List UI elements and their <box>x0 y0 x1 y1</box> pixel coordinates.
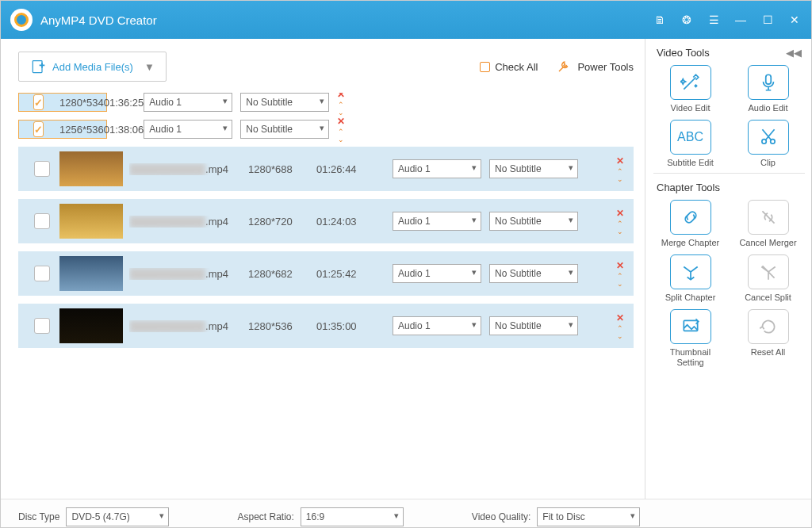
main-panel: Add Media File(s) ▼ Check All Power Tool… <box>1 39 645 499</box>
media-row[interactable]: ██████████.mp41256*53601:38:06✕⌃⌄ <box>18 120 107 139</box>
add-media-button[interactable]: Add Media File(s) ▼ <box>18 52 167 82</box>
resolution: 1280*536 <box>248 320 316 332</box>
remove-icon[interactable]: ✕ <box>616 312 624 323</box>
audio-select[interactable] <box>393 264 481 283</box>
clip-tool[interactable]: Clip <box>735 120 802 168</box>
thumbnail <box>59 308 123 343</box>
row-controls: ✕⌃⌄ <box>337 93 345 116</box>
reset-all-tool[interactable]: Reset All <box>735 309 802 368</box>
svg-point-3 <box>770 140 774 143</box>
aspect-ratio-select[interactable] <box>301 507 404 526</box>
subtitle-select[interactable] <box>489 316 578 335</box>
chapter-tools-heading: Chapter Tools <box>657 182 720 193</box>
move-up-icon[interactable]: ⌃ <box>617 325 623 331</box>
check-all-label: Check All <box>495 61 538 73</box>
svg-rect-0 <box>33 61 42 73</box>
wand-icon <box>670 65 711 100</box>
video-quality-select[interactable] <box>537 507 640 526</box>
collapse-icon[interactable]: ◀◀ <box>786 47 802 59</box>
disc-type-select[interactable] <box>66 507 169 526</box>
move-up-icon[interactable]: ⌃ <box>338 128 344 135</box>
duration: 01:35:00 <box>316 320 393 332</box>
cancel-split-icon <box>748 254 789 289</box>
audio-edit-label: Audio Edit <box>748 103 787 113</box>
subtitle-select[interactable] <box>240 93 329 112</box>
subtitle-select[interactable] <box>489 212 578 231</box>
audio-edit-tool[interactable]: Audio Edit <box>735 65 802 113</box>
audio-select[interactable] <box>144 120 232 139</box>
media-row[interactable]: ██████████.mp41280*68801:26:44✕⌃⌄ <box>18 147 634 191</box>
split-chapter-label: Split Chapter <box>665 293 716 303</box>
check-all-toggle[interactable]: Check All <box>480 61 538 73</box>
svg-rect-1 <box>765 75 771 84</box>
row-controls: ✕⌃⌄ <box>616 155 624 182</box>
duration: 01:38:06 <box>104 124 144 136</box>
video-edit-tool[interactable]: Video Edit <box>657 65 724 113</box>
tools-sidebar: Video Tools ◀◀ Video Edit Audio Edit ABC… <box>645 39 811 499</box>
move-up-icon[interactable]: ⌃ <box>617 273 623 279</box>
remove-icon[interactable]: ✕ <box>616 155 624 166</box>
remove-icon[interactable]: ✕ <box>337 93 345 100</box>
file-name: ██████████.mp4 <box>129 268 248 280</box>
title-bar: AnyMP4 DVD Creator 🗎 ❂ ☰ — ☐ ✕ <box>1 1 811 39</box>
duration: 01:36:25 <box>104 97 144 109</box>
row-checkbox[interactable] <box>34 266 50 281</box>
split-icon <box>670 254 711 289</box>
audio-select[interactable] <box>393 159 481 178</box>
subtitle-select[interactable] <box>240 120 329 139</box>
clip-label: Clip <box>760 158 776 168</box>
move-up-icon[interactable]: ⌃ <box>338 101 344 108</box>
audio-select[interactable] <box>393 212 481 231</box>
move-down-icon[interactable]: ⌄ <box>617 176 623 182</box>
close-icon[interactable]: ✕ <box>787 13 802 26</box>
subtitle-edit-label: Subtitle Edit <box>667 158 714 168</box>
resolution: 1280*688 <box>248 163 316 175</box>
move-down-icon[interactable]: ⌄ <box>338 109 344 116</box>
abc-icon: ABC <box>670 120 711 155</box>
thumbnail-setting-tool[interactable]: Thumbnail Setting <box>657 309 724 368</box>
subtitle-select[interactable] <box>489 264 578 283</box>
wrench-icon <box>557 59 571 74</box>
duration: 01:24:03 <box>316 216 393 228</box>
help-icon[interactable]: ❂ <box>680 13 694 26</box>
media-row[interactable]: ██████████.mp41280*72001:24:03✕⌃⌄ <box>18 199 634 243</box>
row-checkbox[interactable] <box>34 318 50 334</box>
resolution: 1280*534 <box>59 97 104 109</box>
maximize-icon[interactable]: ☐ <box>760 13 775 26</box>
duration: 01:25:42 <box>316 268 393 280</box>
move-down-icon[interactable]: ⌄ <box>617 281 623 287</box>
split-chapter-tool[interactable]: Split Chapter <box>657 254 724 303</box>
move-up-icon[interactable]: ⌃ <box>617 168 623 174</box>
menu-icon[interactable]: ☰ <box>707 13 721 26</box>
app-title: AnyMP4 DVD Creator <box>40 13 653 27</box>
checkbox-icon <box>480 62 490 72</box>
move-up-icon[interactable]: ⌃ <box>617 220 623 227</box>
row-checkbox[interactable] <box>33 121 44 137</box>
cancel-split-tool[interactable]: Cancel Split <box>735 254 802 303</box>
audio-select[interactable] <box>144 93 232 112</box>
move-down-icon[interactable]: ⌄ <box>617 228 623 235</box>
link-icon <box>670 200 711 235</box>
row-checkbox[interactable] <box>34 161 50 177</box>
power-tools-button[interactable]: Power Tools <box>557 59 634 74</box>
merge-chapter-tool[interactable]: Merge Chapter <box>657 200 724 248</box>
purchase-icon[interactable]: 🗎 <box>653 13 667 26</box>
cancel-merger-tool[interactable]: Cancel Merger <box>735 200 802 248</box>
row-checkbox[interactable] <box>33 94 44 110</box>
remove-icon[interactable]: ✕ <box>616 208 624 219</box>
reset-all-label: Reset All <box>751 347 785 358</box>
subtitle-edit-tool[interactable]: ABC Subtitle Edit <box>657 120 724 168</box>
audio-select[interactable] <box>393 316 481 335</box>
cancel-merger-label: Cancel Merger <box>739 238 796 248</box>
media-row[interactable]: ██████████.mp41280*68201:25:42✕⌃⌄ <box>18 251 634 296</box>
subtitle-select[interactable] <box>489 159 578 178</box>
media-row[interactable]: ██████████.mp41280*53401:36:25✕⌃⌄ <box>18 93 107 112</box>
file-name: ██████████.mp4 <box>129 320 248 332</box>
media-row[interactable]: ██████████.mp41280*53601:35:00✕⌃⌄ <box>18 304 634 348</box>
move-down-icon[interactable]: ⌄ <box>617 333 623 339</box>
row-checkbox[interactable] <box>34 213 50 229</box>
move-down-icon[interactable]: ⌄ <box>338 136 344 143</box>
remove-icon[interactable]: ✕ <box>616 260 624 271</box>
remove-icon[interactable]: ✕ <box>337 116 345 127</box>
minimize-icon[interactable]: — <box>733 13 748 26</box>
